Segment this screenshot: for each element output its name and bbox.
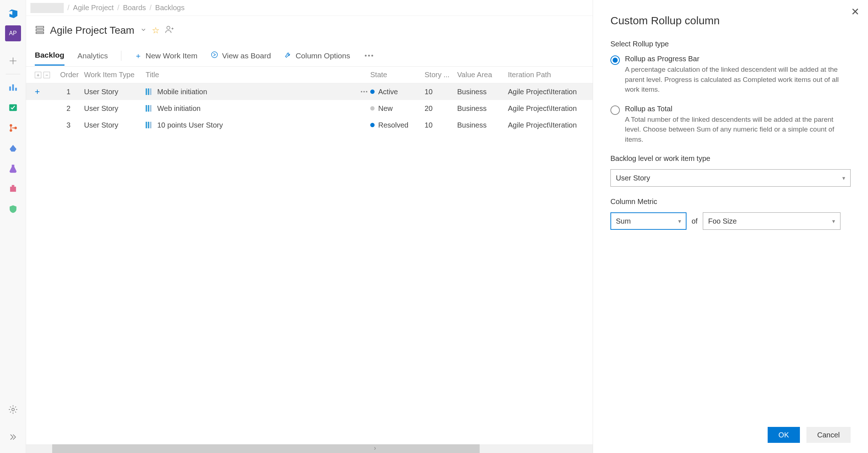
tab-analytics[interactable]: Analytics — [78, 46, 108, 65]
backlog-level-label: Backlog level or work item type — [610, 154, 851, 163]
view-as-board-label: View as Board — [222, 51, 271, 60]
expand-rail-icon[interactable] — [5, 429, 21, 445]
favorite-star-icon[interactable]: ☆ — [152, 25, 160, 36]
svg-rect-12 — [36, 32, 44, 34]
metric-aggregation-value: Sum — [616, 217, 631, 225]
col-state[interactable]: State — [370, 71, 425, 79]
cell-type: User Story — [84, 121, 146, 129]
col-type[interactable]: Work Item Type — [84, 71, 146, 79]
security-icon[interactable] — [5, 201, 21, 217]
backlog-grid: + − Order Work Item Type Title State Sto… — [26, 67, 593, 444]
board-arrow-icon — [210, 51, 218, 61]
rollup-type-option[interactable]: Rollup as Progress BarA percentage calcu… — [610, 55, 851, 95]
ok-button[interactable]: OK — [768, 427, 800, 443]
svg-point-9 — [12, 408, 14, 411]
rollup-type-label: Select Rollup type — [610, 40, 851, 48]
col-iteration[interactable]: Iteration Path — [508, 71, 580, 79]
breadcrumb: / Agile Project / Boards / Backlogs — [26, 0, 593, 16]
cell-state: Resolved — [370, 121, 425, 129]
radio-title: Rollup as Total — [625, 105, 851, 113]
col-value[interactable]: Value Area — [457, 71, 508, 79]
add-icon[interactable] — [5, 53, 21, 69]
azure-devops-logo-icon[interactable] — [5, 5, 21, 21]
project-avatar[interactable]: AP — [5, 25, 21, 41]
svg-rect-1 — [12, 84, 14, 91]
new-work-item-button[interactable]: ＋ New Work Item — [134, 51, 197, 61]
metric-of-label: of — [692, 217, 698, 225]
breadcrumb-separator: / — [150, 4, 152, 12]
row-more-actions[interactable] — [361, 91, 367, 92]
cell-value: Business — [457, 121, 508, 129]
radio-button[interactable] — [610, 55, 620, 65]
cell-order: 1 — [60, 88, 84, 96]
metric-aggregation-select[interactable]: Sum ▾ — [610, 212, 687, 230]
breadcrumb-separator: / — [117, 4, 120, 12]
radio-button[interactable] — [610, 105, 620, 115]
view-as-board-button[interactable]: View as Board — [210, 51, 271, 61]
svg-point-6 — [14, 127, 17, 129]
close-panel-button[interactable]: ✕ — [851, 6, 859, 18]
cell-type: User Story — [84, 88, 146, 96]
pipelines-icon[interactable] — [5, 140, 21, 156]
team-members-icon[interactable] — [165, 25, 174, 36]
team-header: Agile Project Team ☆ — [26, 16, 593, 45]
cell-story: 20 — [425, 104, 457, 113]
artifacts-icon[interactable] — [5, 181, 21, 197]
cancel-button[interactable]: Cancel — [806, 427, 851, 443]
plus-icon: ＋ — [134, 51, 142, 61]
rollup-type-option[interactable]: Rollup as TotalA Total number of the lin… — [610, 105, 851, 145]
dashboards-icon[interactable] — [5, 79, 21, 95]
tab-backlog[interactable]: Backlog — [35, 46, 64, 66]
settings-icon[interactable] — [5, 402, 21, 417]
cell-iteration: Agile Project\Iteration — [508, 121, 580, 129]
col-order[interactable]: Order — [60, 71, 84, 79]
breadcrumb-project[interactable]: Agile Project — [73, 4, 114, 12]
backlog-level-value: User Story — [616, 174, 650, 182]
cell-title[interactable]: Mobile initiation — [146, 88, 349, 96]
table-row[interactable]: 2User StoryWeb initiationNew20BusinessAg… — [26, 100, 593, 117]
svg-rect-2 — [15, 88, 17, 91]
cell-title[interactable]: 10 points User Story — [146, 121, 349, 129]
col-story[interactable]: Story ... — [425, 71, 457, 79]
breadcrumb-boards[interactable]: Boards — [123, 4, 146, 12]
left-nav-rail: AP — [0, 0, 26, 453]
column-options-button[interactable]: Column Options — [284, 51, 350, 61]
radio-description: A percentage calculation of the linked d… — [625, 65, 851, 95]
horizontal-scrollbar[interactable] — [26, 444, 593, 453]
svg-rect-0 — [9, 87, 11, 91]
svg-rect-7 — [10, 187, 16, 192]
state-dot-icon — [370, 90, 375, 94]
table-row[interactable]: 3User Story10 points User StoryResolved1… — [26, 117, 593, 133]
testplans-icon[interactable] — [5, 161, 21, 176]
svg-rect-10 — [36, 26, 44, 28]
svg-point-4 — [9, 124, 12, 127]
custom-rollup-panel: ✕ Custom Rollup column Select Rollup typ… — [593, 0, 868, 453]
svg-rect-8 — [12, 185, 14, 187]
user-story-icon — [146, 122, 154, 128]
divider — [121, 51, 121, 61]
main-content: / Agile Project / Boards / Backlogs Agil… — [26, 0, 593, 453]
chevron-down-icon[interactable] — [140, 26, 147, 34]
chevron-down-icon: ▾ — [832, 218, 835, 225]
cell-value: Business — [457, 88, 508, 96]
breadcrumb-separator: / — [67, 4, 70, 12]
org-placeholder[interactable] — [30, 3, 64, 13]
boards-icon[interactable] — [5, 100, 21, 116]
cell-title[interactable]: Web initiation — [146, 104, 349, 113]
col-title[interactable]: Title — [146, 71, 349, 79]
metric-field-select[interactable]: Foo Size ▾ — [703, 212, 840, 230]
repos-icon[interactable] — [5, 120, 21, 136]
divider — [6, 74, 20, 74]
backlog-level-select[interactable]: User Story ▾ — [610, 169, 851, 187]
cell-story: 10 — [425, 121, 457, 129]
collapse-all-button[interactable]: − — [43, 72, 50, 78]
table-row[interactable]: +1User StoryMobile initiationActive10Bus… — [26, 83, 593, 100]
more-actions-button[interactable] — [363, 52, 375, 59]
cell-state: Active — [370, 88, 425, 96]
add-child-icon[interactable]: + — [35, 87, 60, 97]
expand-all-button[interactable]: + — [35, 72, 41, 78]
tab-bar: Backlog Analytics ＋ New Work Item View a… — [26, 45, 593, 67]
breadcrumb-backlogs[interactable]: Backlogs — [155, 4, 184, 12]
radio-description: A Total number of the linked descendents… — [625, 115, 851, 145]
team-title[interactable]: Agile Project Team — [50, 25, 134, 36]
